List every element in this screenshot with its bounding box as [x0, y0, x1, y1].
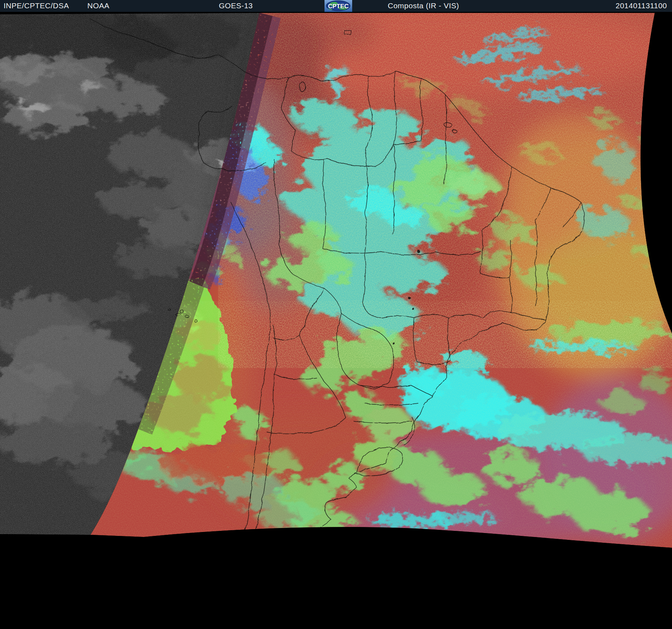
header-bar: INPE/CPTEC/DSA NOAA GOES-13 Composta (IR…: [0, 0, 672, 12]
satellite-label: GOES-13: [219, 0, 253, 12]
noaa-label: NOAA: [87, 0, 110, 12]
cptec-logo: CPTEC: [325, 0, 352, 12]
satellite-product-screen: INPE/CPTEC/DSA NOAA GOES-13 Composta (IR…: [0, 0, 672, 629]
speckle-overlay-north: [259, 12, 672, 336]
logo-text: CPTEC: [328, 3, 349, 10]
scan-bottom-black: [0, 527, 672, 629]
product-label: Composta (IR - VIS): [388, 0, 459, 12]
agency-label: INPE/CPTEC/DSA: [4, 0, 69, 12]
satellite-image: [0, 0, 672, 629]
timestamp-label: 201401131100: [616, 0, 667, 12]
